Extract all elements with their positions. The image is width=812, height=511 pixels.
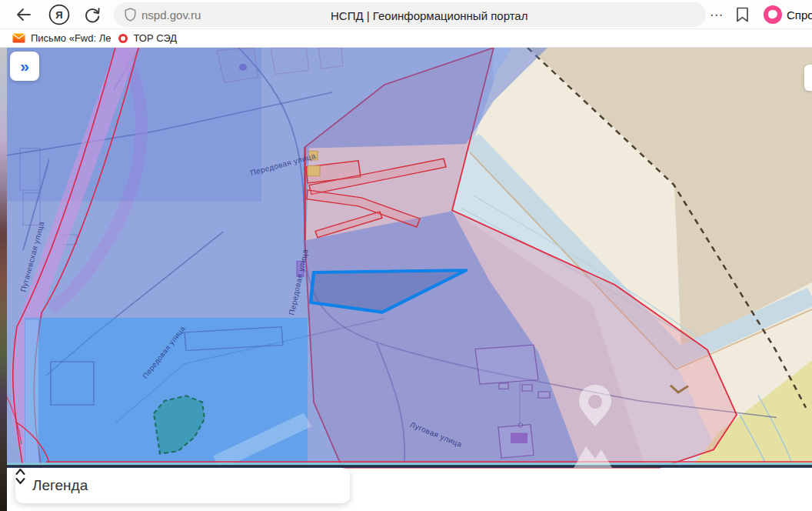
map-layers bbox=[0, 48, 812, 511]
refresh-button[interactable] bbox=[78, 0, 106, 29]
mail-icon bbox=[12, 33, 25, 43]
bookmarks-bar: Письмо «Fwd: Ле ТОР СЭД bbox=[0, 29, 812, 48]
bookmark-item-tor-sed[interactable]: ТОР СЭД bbox=[118, 32, 177, 44]
right-edge-panel-handle[interactable] bbox=[804, 65, 812, 91]
bookmark-item-mail[interactable]: Письмо «Fwd: Ле bbox=[12, 32, 111, 44]
double-chevron-right-icon: » bbox=[20, 57, 29, 75]
refresh-icon bbox=[83, 5, 102, 24]
browser-window: { "browser": { "url": "nspd.gov.ru", "pa… bbox=[0, 0, 812, 511]
svg-text:Я: Я bbox=[55, 9, 62, 21]
map-canvas[interactable]: Передовая улица Передовая улица Пугачевс… bbox=[0, 48, 812, 511]
bookmark-flag-icon bbox=[736, 7, 749, 22]
address-bar[interactable]: nspd.gov.ru НСПД | Геоинформационный пор… bbox=[114, 2, 706, 27]
dots-icon: ⋯ bbox=[710, 7, 724, 23]
bookmark-button[interactable] bbox=[730, 0, 754, 29]
building-tan bbox=[308, 165, 320, 176]
building-purple-fill bbox=[511, 433, 527, 443]
bookmark-label: Письмо «Fwd: Ле bbox=[31, 32, 111, 44]
alice-label: Спро bbox=[787, 8, 812, 22]
record-ring-icon bbox=[118, 34, 128, 43]
yandex-icon: Я bbox=[48, 4, 70, 25]
extensions-menu-button[interactable]: ⋯ bbox=[704, 0, 729, 29]
bookmark-label: ТОР СЭД bbox=[133, 32, 177, 44]
sort-chevrons-icon bbox=[15, 468, 25, 485]
legend-dropdown[interactable]: Легенда bbox=[15, 468, 350, 503]
site-security-shield-icon[interactable] bbox=[125, 8, 136, 22]
legend-label: Легенда bbox=[32, 477, 333, 494]
bottom-cyan-strip bbox=[6, 463, 812, 465]
back-arrow-icon bbox=[15, 7, 32, 22]
alice-icon bbox=[764, 5, 782, 24]
back-button[interactable] bbox=[11, 0, 37, 29]
expand-sidebar-button[interactable]: » bbox=[10, 52, 39, 81]
zone-blue-tint bbox=[6, 48, 261, 201]
yandex-button[interactable]: Я bbox=[45, 0, 74, 29]
alice-assistant-button[interactable]: Спро bbox=[764, 5, 812, 24]
zone-rect-edge bbox=[25, 320, 38, 463]
desktop-wallpaper-sliver bbox=[0, 48, 7, 511]
url-text[interactable]: nspd.gov.ru bbox=[141, 8, 201, 22]
page-title: НСПД | Геоинформационный портал bbox=[331, 9, 527, 22]
browser-toolbar: Я nspd.gov.ru НСПД | Геоинформационный п… bbox=[0, 0, 812, 29]
